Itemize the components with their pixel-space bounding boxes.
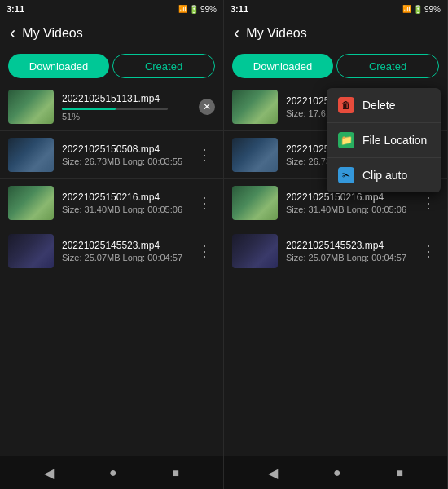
context-menu-item-clip-auto[interactable]: ✂Clip auto: [327, 158, 441, 192]
list-item[interactable]: 20221025145523.mp4Size: 25.07MB Long: 00…: [224, 227, 447, 275]
back-button[interactable]: ‹: [234, 24, 239, 42]
tab-downloaded[interactable]: Downloaded: [232, 54, 333, 78]
page-title: My Videos: [22, 26, 82, 41]
video-thumbnail: [8, 90, 54, 124]
video-meta: Size: 31.40MB Long: 00:05:06: [62, 205, 194, 214]
navigation-bar: ◀ ● ■: [0, 456, 223, 489]
status-time: 3:11: [7, 4, 24, 14]
video-name: 20221025150508.mp4: [62, 143, 194, 155]
list-item[interactable]: 20221025151131.mp451%✕: [0, 83, 223, 131]
context-menu-item-delete[interactable]: 🗑Delete: [327, 88, 441, 123]
back-nav-icon[interactable]: ◀: [268, 465, 278, 481]
status-icon-battery: 🔋: [413, 5, 423, 14]
video-info: 20221025150216.mp4Size: 31.40MB Long: 00…: [62, 192, 194, 214]
navigation-bar: ◀ ● ■: [224, 456, 447, 489]
video-name: 20221025150216.mp4: [286, 192, 418, 203]
page-title: My Videos: [246, 26, 306, 41]
status-bar: 3:11 📶 🔋 99%: [224, 0, 447, 18]
video-thumbnail: [8, 234, 54, 268]
tab-created[interactable]: Created: [112, 54, 215, 78]
video-name: 20221025145523.mp4: [286, 240, 418, 251]
video-thumbnail: [232, 186, 278, 220]
context-menu-item-file-location[interactable]: 📁File Location: [327, 123, 441, 158]
context-menu-item-label: File Location: [362, 134, 427, 147]
video-thumbnail: [232, 138, 278, 172]
video-info: 20221025150216.mp4Size: 31.40MB Long: 00…: [286, 192, 418, 214]
home-nav-icon[interactable]: ●: [333, 465, 341, 480]
video-name: 20221025151131.mp4: [62, 93, 199, 104]
recents-nav-icon[interactable]: ■: [397, 466, 403, 479]
header: ‹ My Videos: [224, 18, 447, 49]
header: ‹ My Videos: [0, 18, 223, 49]
back-nav-icon[interactable]: ◀: [44, 465, 54, 481]
video-info: 20221025145523.mp4Size: 25.07MB Long: 00…: [286, 240, 418, 262]
context-menu: 🗑Delete📁File Location✂Clip auto: [327, 88, 441, 192]
video-thumbnail: [8, 138, 54, 172]
video-info: 20221025150508.mp4Size: 26.73MB Long: 00…: [62, 143, 194, 166]
video-meta: Size: 25.07MB Long: 00:04:57: [62, 253, 194, 262]
context-menu-icon-file-location: 📁: [338, 132, 354, 148]
home-nav-icon[interactable]: ●: [109, 465, 117, 480]
video-name: 20221025150216.mp4: [62, 192, 194, 203]
tab-downloaded[interactable]: Downloaded: [8, 54, 109, 78]
context-menu-item-label: Delete: [362, 99, 395, 112]
tab-bar: DownloadedCreated: [0, 49, 223, 83]
status-icon-percent: 99%: [200, 5, 217, 14]
status-icons: 📶 🔋 99%: [178, 5, 217, 14]
video-meta: Size: 26.73MB Long: 00:03:55: [62, 156, 194, 166]
video-list: 20221025151131.mp451%✕20221025150508.mp4…: [0, 83, 223, 456]
more-options-button[interactable]: ⋮: [418, 192, 439, 214]
video-name: 20221025145523.mp4: [62, 240, 194, 251]
list-item[interactable]: 20221025150508.mp4Size: 26.73MB Long: 00…: [0, 131, 223, 179]
status-bar: 3:11 📶 🔋 99%: [0, 0, 223, 18]
video-meta: Size: 31.40MB Long: 00:05:06: [286, 205, 418, 214]
video-thumbnail: [232, 90, 278, 124]
download-progress: 51%: [62, 108, 199, 121]
video-info: 20221025145523.mp4Size: 25.07MB Long: 00…: [62, 240, 194, 262]
context-menu-item-label: Clip auto: [362, 169, 407, 182]
video-info: 20221025151131.mp451%: [62, 93, 199, 121]
status-icons: 📶 🔋 99%: [402, 5, 441, 14]
panel-right: 3:11 📶 🔋 99% ‹ My Videos DownloadedCreat…: [224, 0, 448, 489]
more-options-button[interactable]: ⋮: [194, 144, 215, 165]
status-icon-wifi: 📶: [178, 5, 187, 13]
list-item[interactable]: 20221025150216.mp4Size: 31.40MB Long: 00…: [0, 179, 223, 227]
panel-left: 3:11 📶 🔋 99% ‹ My Videos DownloadedCreat…: [0, 0, 224, 489]
status-icon-battery: 🔋: [189, 5, 199, 14]
more-options-button[interactable]: ⋮: [418, 240, 439, 262]
context-menu-icon-clip-auto: ✂: [338, 167, 354, 183]
progress-text: 51%: [62, 112, 199, 121]
cancel-download-button[interactable]: ✕: [199, 99, 215, 115]
video-thumbnail: [232, 234, 278, 268]
more-options-button[interactable]: ⋮: [194, 192, 215, 214]
progress-fill: [62, 108, 116, 110]
status-icon-wifi: 📶: [402, 5, 411, 13]
more-options-button[interactable]: ⋮: [194, 240, 215, 262]
status-time: 3:11: [231, 4, 248, 14]
tab-bar: DownloadedCreated: [224, 49, 447, 83]
status-icon-percent: 99%: [424, 5, 441, 14]
context-menu-icon-delete: 🗑: [338, 97, 354, 113]
video-thumbnail: [8, 186, 54, 220]
video-meta: Size: 25.07MB Long: 00:04:57: [286, 253, 418, 262]
list-item[interactable]: 20221025145523.mp4Size: 25.07MB Long: 00…: [0, 227, 223, 275]
tab-created[interactable]: Created: [336, 54, 439, 78]
recents-nav-icon[interactable]: ■: [173, 466, 179, 479]
back-button[interactable]: ‹: [10, 24, 15, 42]
